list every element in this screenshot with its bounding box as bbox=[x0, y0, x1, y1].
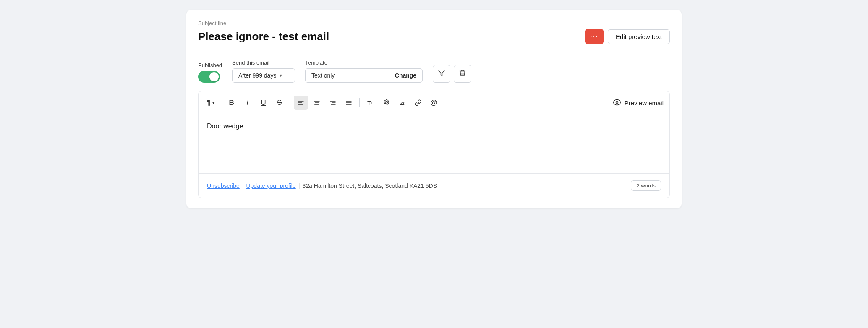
subject-title: Please ignore - test email bbox=[198, 30, 329, 43]
published-control: Published bbox=[198, 62, 222, 83]
align-justify-button[interactable] bbox=[342, 96, 356, 110]
chevron-down-icon: ▾ bbox=[212, 100, 215, 106]
separator-1: | bbox=[242, 182, 244, 189]
send-email-control: Send this email After 999 days ▾ bbox=[232, 60, 295, 83]
separator-2: | bbox=[298, 182, 300, 189]
toggle-thumb bbox=[209, 72, 219, 81]
highlight-button[interactable] bbox=[379, 96, 393, 110]
editor-footer: Unsubscribe | Update your profile | 32a … bbox=[199, 173, 669, 198]
change-template-button[interactable]: Change bbox=[395, 72, 416, 79]
template-field: Text only Change bbox=[305, 68, 423, 83]
editor-text: Door wedge bbox=[207, 122, 243, 130]
bold-button[interactable]: B bbox=[225, 96, 239, 110]
send-dropdown[interactable]: After 999 days ▾ bbox=[232, 68, 295, 83]
highlight-color-button[interactable] bbox=[395, 96, 409, 110]
controls-icon-buttons bbox=[433, 65, 471, 83]
footer-links: Unsubscribe | Update your profile | 32a … bbox=[207, 182, 437, 189]
rich-text-editor: ¶ ▾ B I U S T↑ bbox=[198, 91, 670, 198]
editor-toolbar: ¶ ▾ B I U S T↑ bbox=[198, 91, 670, 114]
text-size-button[interactable]: T↑ bbox=[363, 96, 377, 110]
unsubscribe-link[interactable]: Unsubscribe bbox=[207, 182, 240, 189]
eye-icon bbox=[613, 98, 621, 108]
subject-label: Subject line bbox=[198, 20, 670, 26]
separator-2 bbox=[290, 98, 290, 107]
send-value: After 999 days bbox=[238, 72, 276, 79]
preview-email-button[interactable]: Preview email bbox=[613, 98, 664, 108]
toggle-track bbox=[198, 71, 220, 83]
word-count-badge: 2 words bbox=[631, 180, 661, 191]
subject-actions: ··· Edit preview text bbox=[585, 29, 670, 44]
email-editor-container: Subject line Please ignore - test email … bbox=[186, 10, 682, 208]
editor-content-area[interactable]: Door wedge bbox=[199, 114, 669, 173]
svg-marker-0 bbox=[439, 70, 445, 76]
editor-body: Door wedge Unsubscribe | Update your pro… bbox=[198, 114, 670, 198]
published-label: Published bbox=[198, 62, 222, 68]
chevron-down-icon: ▾ bbox=[280, 73, 282, 78]
align-center-button[interactable] bbox=[310, 96, 324, 110]
italic-button[interactable]: I bbox=[241, 96, 255, 110]
filter-icon bbox=[438, 69, 445, 79]
template-label: Template bbox=[305, 60, 423, 66]
preview-email-label: Preview email bbox=[625, 99, 664, 107]
mention-button[interactable]: @ bbox=[427, 96, 441, 110]
separator-1 bbox=[221, 98, 221, 107]
send-label: Send this email bbox=[232, 60, 295, 66]
strikethrough-button[interactable]: S bbox=[272, 96, 287, 110]
svg-point-13 bbox=[616, 101, 618, 103]
align-right-button[interactable] bbox=[326, 96, 340, 110]
align-left-button[interactable] bbox=[294, 96, 308, 110]
edit-preview-text-button[interactable]: Edit preview text bbox=[608, 29, 670, 44]
published-toggle[interactable] bbox=[198, 71, 220, 83]
subject-row: Please ignore - test email ··· Edit prev… bbox=[198, 29, 670, 51]
template-control: Template Text only Change bbox=[305, 60, 423, 83]
template-value: Text only bbox=[311, 72, 391, 79]
address-text: 32a Hamilton Street, Saltcoats, Scotland… bbox=[302, 182, 437, 189]
red-menu-button[interactable]: ··· bbox=[585, 29, 604, 44]
paragraph-icon: ¶ bbox=[207, 99, 211, 107]
delete-button[interactable] bbox=[454, 65, 471, 83]
dots-icon: ··· bbox=[590, 33, 598, 40]
trash-icon bbox=[459, 69, 466, 79]
underline-button[interactable]: U bbox=[256, 96, 271, 110]
paragraph-button[interactable]: ¶ ▾ bbox=[204, 96, 217, 110]
controls-row: Published Send this email After 999 days… bbox=[198, 60, 670, 83]
link-button[interactable] bbox=[411, 96, 425, 110]
update-profile-link[interactable]: Update your profile bbox=[246, 182, 295, 189]
separator-3 bbox=[359, 98, 360, 107]
published-toggle-wrap[interactable] bbox=[198, 71, 222, 83]
filter-button[interactable] bbox=[433, 65, 450, 83]
